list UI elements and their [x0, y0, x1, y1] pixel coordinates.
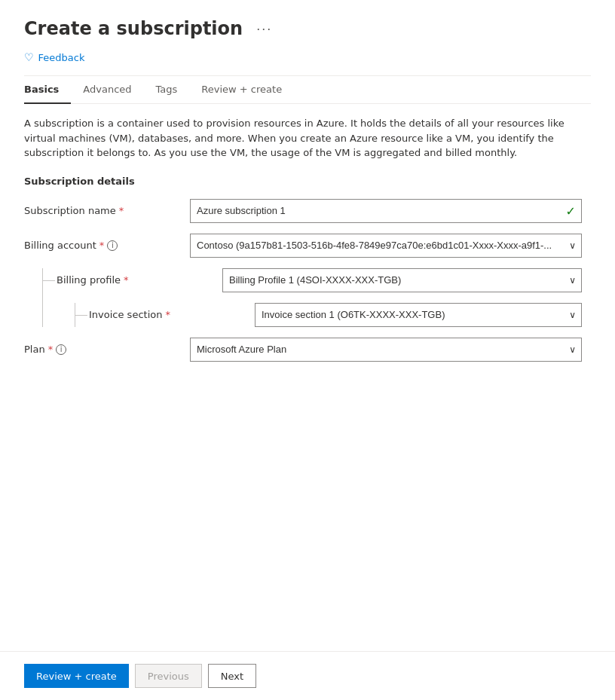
feedback-link[interactable]: ♡ Feedback — [24, 51, 591, 63]
heart-icon: ♡ — [24, 51, 34, 63]
section-title: Subscription details — [24, 176, 591, 187]
review-create-button[interactable]: Review + create — [24, 664, 129, 688]
previous-button[interactable]: Previous — [135, 664, 202, 688]
invoice-required-star: * — [165, 309, 170, 320]
billing-account-select[interactable]: Contoso (9a157b81-1503-516b-4fe8-7849e97… — [190, 234, 582, 258]
subscription-name-control: ✓ — [190, 199, 582, 223]
feedback-label: Feedback — [38, 52, 85, 63]
invoice-section-select[interactable]: Invoice section 1 (O6TK-XXXX-XXX-TGB) — [255, 303, 582, 327]
subscription-name-input[interactable] — [190, 199, 582, 223]
required-star: * — [119, 205, 124, 216]
footer: Review + create Previous Next — [0, 651, 615, 700]
billing-account-info-icon[interactable]: i — [107, 240, 118, 251]
plan-required-star: * — [48, 344, 54, 355]
billing-profile-row: Billing profile * Billing Profile 1 (4SO… — [57, 268, 582, 292]
next-button[interactable]: Next — [208, 664, 256, 688]
billing-profile-select[interactable]: Billing Profile 1 (4SOI-XXXX-XXX-TGB) — [222, 268, 582, 292]
billing-account-row: Billing account * i Contoso (9a157b81-15… — [24, 234, 582, 258]
billing-profile-required-star: * — [124, 274, 129, 286]
plan-info-icon[interactable]: i — [56, 344, 66, 355]
ellipsis-menu-button[interactable]: ··· — [252, 20, 277, 38]
subscription-name-row: Subscription name * ✓ — [24, 199, 582, 223]
tabs-row: Basics Advanced Tags Review + create — [24, 76, 591, 104]
billing-account-section: Billing account * i Contoso (9a157b81-15… — [24, 234, 582, 327]
billing-profile-control: Billing Profile 1 (4SOI-XXXX-XXX-TGB) ∨ — [222, 268, 582, 292]
plan-row: Plan * i Microsoft Azure Plan ∨ — [24, 338, 582, 362]
invoice-section-section: Invoice section * Invoice section 1 (O6T… — [75, 303, 582, 327]
invoice-section-row: Invoice section * Invoice section 1 (O6T… — [89, 303, 582, 327]
billing-account-label: Billing account * i — [24, 240, 190, 251]
plan-control: Microsoft Azure Plan ∨ — [190, 338, 582, 362]
billing-profile-label: Billing profile * — [57, 274, 222, 286]
tab-review-create[interactable]: Review + create — [189, 76, 294, 104]
description-text: A subscription is a container used to pr… — [24, 116, 567, 160]
plan-select[interactable]: Microsoft Azure Plan — [190, 338, 582, 362]
billing-account-control: Contoso (9a157b81-1503-516b-4fe8-7849e97… — [190, 234, 582, 258]
plan-label: Plan * i — [24, 344, 190, 355]
invoice-section-control: Invoice section 1 (O6TK-XXXX-XXX-TGB) ∨ — [255, 303, 582, 327]
tab-basics[interactable]: Basics — [24, 76, 71, 104]
invoice-section-label: Invoice section * — [89, 309, 255, 320]
subscription-form: Subscription name * ✓ Billing account * … — [24, 199, 582, 362]
billing-required-star: * — [99, 240, 105, 251]
tab-tags[interactable]: Tags — [144, 76, 190, 104]
tab-advanced[interactable]: Advanced — [71, 76, 143, 104]
checkmark-icon: ✓ — [566, 203, 576, 218]
page-title: Create a subscription — [24, 18, 243, 39]
subscription-name-label: Subscription name * — [24, 205, 190, 216]
billing-profile-section: Billing profile * Billing Profile 1 (4SO… — [42, 268, 582, 327]
